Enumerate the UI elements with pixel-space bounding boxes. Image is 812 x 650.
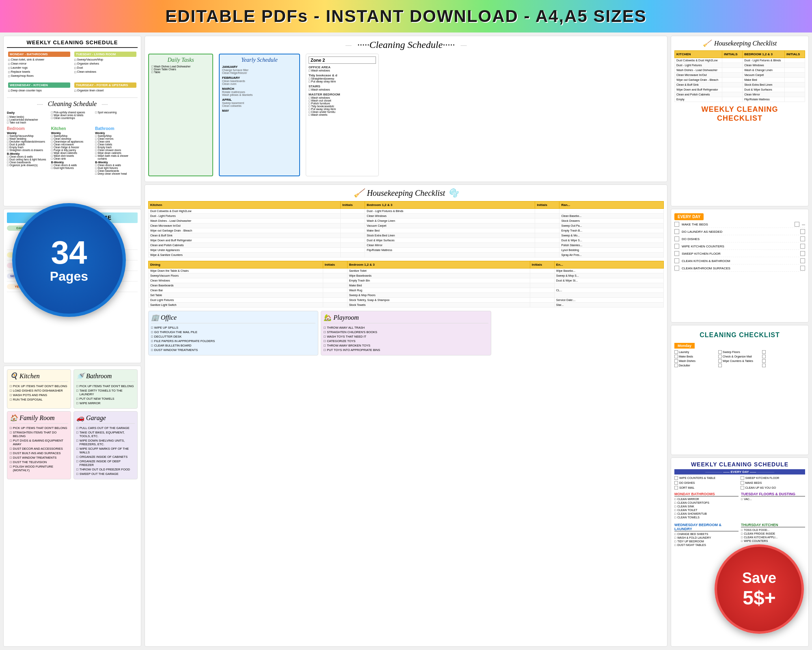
task: Take out trash: [7, 121, 50, 124]
task: PICK UP ITEMS THAT DON'T BELONG: [10, 426, 68, 430]
table-row: Wipe Under Appliances Flip/Rotate Mattre…: [149, 248, 664, 253]
initials-b2-header: Initials: [530, 261, 554, 269]
weekly-label3: Weekly: [95, 132, 138, 134]
task: WIPE DOWN SHELVING UNITS, FREEZERS, ETC.: [76, 439, 135, 446]
task: Put away stray item: [309, 80, 376, 83]
kitchen-col: Kitchen Weekly Sweep/Mop Clean stovetop …: [51, 126, 94, 175]
task: TAKE DIRTY TOWELS TO THE LAUNDRY: [76, 389, 135, 396]
dining-col-header: Dining: [149, 261, 323, 269]
every-day-grid: WIPE COUNTERS & TABLE SWEEP KITCHEN FLOO…: [674, 476, 805, 490]
checkbox[interactable]: [800, 244, 805, 249]
spot-col: Spot vacuuming: [95, 111, 138, 124]
task: Clean toilets: [95, 143, 138, 146]
initials-header-r: INITIALS: [722, 51, 743, 58]
task: CLEAN TOILET: [674, 509, 739, 511]
checkbox[interactable]: [674, 266, 679, 271]
schedule-grid: MONDAY - BATHROOMS Clean toilet, sink & …: [7, 50, 138, 94]
task: [762, 355, 805, 358]
table-row: Wipe & Sanitize Counters Spray Air Fres.…: [149, 253, 664, 258]
checklist-item: WIPE KITCHEN COUNTERS: [674, 244, 805, 250]
housekeeping-right-table: KITCHEN INITIALS BEDROOM 1,2 & 3 INITIAL…: [674, 50, 805, 102]
checklist-item: DO DISHES: [674, 236, 805, 243]
cleaning-schedule-section: Cleaning Schedule Daily Make bed(s) Load…: [7, 98, 138, 175]
checkbox[interactable]: [800, 266, 805, 271]
task: CLEAN MIRROR: [674, 498, 739, 500]
bathroom-heading: Bathroom: [95, 126, 138, 131]
office-title: 🏢 Office: [151, 314, 315, 323]
pages-number: 34: [51, 236, 87, 269]
weekly-label: Weekly: [7, 132, 50, 134]
task: Clean windows: [74, 70, 136, 74]
family-title: 🏠 Family Room: [10, 414, 68, 424]
bathroom-title: 🚿 Bathroom: [76, 372, 135, 382]
bedroom-header-r: BEDROOM 1,2 & 3: [743, 51, 785, 58]
task: Clean baseboards: [7, 161, 50, 164]
ws-item: DO DISHES: [674, 481, 739, 485]
wc-content: EVERY DAY MAKE THE BEDS — DO LAUNDRY AS …: [674, 212, 805, 273]
table-row: Dust Cobwebs & Dust High2Low Dust - Ligh…: [675, 58, 805, 63]
tuesday-label: TUESDAY - LIVING ROOM: [74, 52, 136, 57]
bookcase-area: Tidy bookcase & d Straighten&sweep Put a…: [309, 74, 376, 83]
cleaning-checklist-title: CLEANING CHECKLIST: [674, 331, 805, 339]
thursday-section: THURSDAY - FOYER & UPSTAIRS Organize lin…: [73, 81, 138, 94]
checkbox[interactable]: [795, 222, 799, 227]
task: GO THROUGH THE MAIL PILE: [151, 330, 315, 334]
daily-col: Daily Make bed(s) Load/unload dishwasher…: [7, 111, 50, 124]
task: PULL CARS OUT OF THE GARAGE: [76, 426, 135, 430]
extra2-col-header: En...: [554, 261, 663, 269]
checkbox[interactable]: [800, 258, 805, 263]
task: Sweep/mop floors: [8, 74, 70, 78]
task: Replace towels: [8, 70, 70, 74]
wednesday-ws: WEDNESDAY BEDROOM & LAUNDRY CHANGE BED S…: [674, 523, 739, 546]
checkbox[interactable]: [674, 251, 679, 256]
checkbox[interactable]: [674, 244, 679, 249]
table-row: Clean Windows Empty Trash Bin Dust & Wip…: [149, 278, 664, 283]
task: Wash windows: [309, 88, 376, 91]
task: Wash Dishes: [674, 359, 717, 363]
table-row: Dust - Light Fixtures Clean Windows Clea…: [149, 214, 664, 219]
checkbox[interactable]: [674, 229, 679, 234]
task: [762, 364, 805, 367]
task: CLEAN KITCHEN APPLI...: [741, 536, 805, 539]
table-row: Clean Microwave In/Out Vacuum Carpet Swe…: [149, 223, 664, 228]
task: Wipe down sinks & toilets: [51, 114, 94, 117]
table-row: Clean Microwave In/Out Vacuum Carpet: [675, 73, 805, 78]
checkbox[interactable]: [800, 229, 805, 234]
task: Check & Organize Mail: [718, 355, 761, 358]
task: CLEAN SINK: [674, 505, 739, 508]
fancy-cleaning-title: ·····Cleaning Schedule·····: [148, 39, 664, 50]
checkbox[interactable]: [674, 236, 679, 241]
playroom-title: 🏡 Playroom: [324, 314, 488, 323]
thursday-label: THURSDAY - FOYER & UPSTAIRS: [74, 82, 136, 88]
checkbox[interactable]: [674, 258, 679, 263]
task: Table: [151, 71, 210, 74]
task: WASH POTS AND PANS: [10, 393, 68, 397]
task: Wash windows: [309, 96, 376, 99]
task: Clean mirrors: [95, 137, 138, 140]
daily-tasks-grid: Daily Make bed(s) Load/unload dishwasher…: [7, 111, 138, 124]
task: Sweep Floors: [718, 350, 761, 354]
kitchen-heading: Kitchen: [51, 126, 94, 131]
every-day-label: EVERY DAY: [674, 213, 704, 220]
schedule-content: Daily Tasks Wash Dishes Load Dishwasher …: [148, 54, 664, 176]
task: RUN THE DISPOSAL: [10, 398, 68, 401]
checkbox[interactable]: [674, 222, 679, 227]
bedroom-heading: Bedroom: [7, 126, 50, 131]
task: WIPE MIRROR: [76, 401, 135, 405]
task: WIPE COUNTERS: [741, 540, 805, 542]
middle-column: ·····Cleaning Schedule····· Daily Tasks …: [145, 36, 667, 647]
playroom-icon: 🏡: [324, 314, 332, 321]
task: DUST DECOR AND ACCESSORIES: [10, 447, 68, 451]
checkbox[interactable]: [800, 251, 805, 256]
stairs-area: STAIRS Wash windows: [309, 84, 376, 91]
yearly-schedule-title: Yearly Schedule: [222, 57, 297, 63]
daily-label: Daily: [7, 111, 50, 115]
tuesday-ws-tasks: VAC...: [741, 498, 805, 500]
task: Polish furniture: [309, 102, 376, 105]
checklist-item: CLEAN KITCHEN & BATHROOM: [674, 258, 805, 264]
kitchen-room-card: 🍳 Kitchen PICK UP ITEMS THAT DON'T BELON…: [7, 369, 71, 409]
checkbox[interactable]: [800, 236, 805, 241]
task: Wash out closet: [309, 99, 376, 102]
task: Wash dish towels: [51, 154, 94, 157]
kitchen-header-r: KITCHEN: [675, 51, 722, 58]
